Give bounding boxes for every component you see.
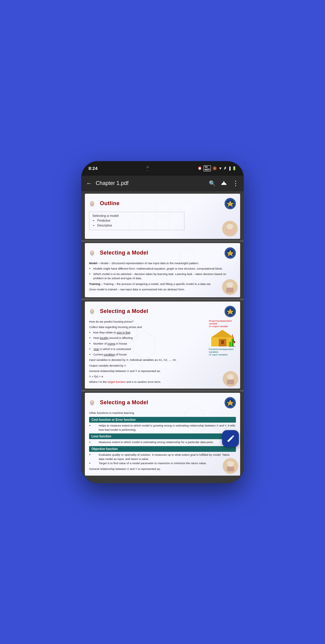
document-title: Chapter 1.pdf [96, 180, 205, 186]
bullet-1: Models might have different form: mathem… [93, 267, 236, 271]
input-vars: Input variables is denoted by X; individ… [89, 358, 206, 362]
university-badge-2 [224, 247, 236, 259]
phone-inner: 8:24 📱 ⏰ VoWiFi 🔕 ▼ ✗ ▐ 🔋 ← Chapter 1.pd… [81, 161, 244, 483]
vowifi-icon: VoWiFi [203, 165, 211, 171]
battery-icon: 🔋 [232, 166, 237, 170]
formula: Y = f(x) + e [89, 374, 206, 379]
svg-point-28 [91, 309, 93, 311]
more-options-icon[interactable]: ⋮ [232, 180, 239, 187]
hb-4: Year in which it is constructed [93, 347, 206, 351]
slide2-header: Selecting a Model [89, 247, 236, 259]
separator-2 [81, 299, 244, 300]
university-badge [224, 198, 236, 209]
svg-point-50 [227, 461, 234, 466]
fab-button[interactable] [222, 430, 239, 447]
slide2-title: Selecting a Model [100, 250, 148, 256]
alarm-icon: ⏰ [198, 166, 202, 170]
separator-1 [81, 240, 244, 242]
objective-function-bullets: Evaluates quality or optimality of solut… [93, 453, 236, 466]
relationship-footer: General relationship between X and Y is … [89, 467, 236, 471]
slide3-header: Selecting a Model [89, 306, 236, 317]
slide4-title: Selecting a Model [100, 399, 148, 406]
housing-question: How do we predict housing prices? [89, 320, 206, 324]
svg-rect-42 [227, 380, 234, 384]
slide4-icon [89, 398, 98, 407]
cost-b1: Helps to measure extent to which model i… [93, 424, 236, 432]
svg-rect-35 [232, 339, 234, 346]
slide1-icon [89, 199, 98, 208]
status-time: 8:24 [88, 166, 98, 171]
hb-5: Current condition of house [93, 352, 206, 357]
svg-point-22 [226, 282, 234, 287]
output-var: Output variable denoted by Y. [89, 364, 206, 368]
slide-1: Outline Selecting a model Predictive [85, 194, 240, 239]
slide3-layout: How do we predict housing prices? Collec… [89, 320, 236, 386]
cost-function-bullets: Helps to measure extent to which model i… [93, 424, 236, 432]
outline-item-1: Predictive [97, 218, 181, 223]
other-functions: Other functions in machine learning [89, 411, 236, 415]
slide3-avatar [223, 371, 238, 387]
mute-icon: 🔕 [212, 166, 217, 170]
back-button[interactable]: ← [86, 180, 92, 187]
outline-box-title: Selecting a model [92, 214, 181, 217]
phone-frame: 8:24 📱 ⏰ VoWiFi 🔕 ▼ ✗ ▐ 🔋 ← Chapter 1.pd… [81, 161, 244, 483]
separator-3 [81, 390, 244, 392]
slide3-icon [89, 307, 98, 316]
svg-rect-34 [229, 342, 231, 346]
university-badge-4 [224, 397, 236, 408]
slide2-bullets: Models might have different form: mathem… [93, 267, 236, 281]
where-text: Where f is the target function and e is … [89, 380, 206, 384]
bullet-2: Which model is to be selected – decision… [93, 272, 236, 281]
slide3-title: Selecting a Model [100, 308, 148, 314]
loss-function-bullets: Measures extent to which model is estima… [93, 440, 236, 444]
svg-marker-31 [211, 330, 234, 337]
slide4-header: Selecting a Model [89, 397, 236, 408]
slide2-icon [89, 249, 98, 258]
response-label: Response/dependent variableOr output var… [209, 320, 236, 328]
obj-b2: Target is to find value of a model param… [93, 461, 236, 465]
status-icons: ⏰ VoWiFi 🔕 ▼ ✗ ▐ 🔋 [198, 165, 237, 171]
wifi-signal-icon: ▼ [218, 166, 222, 170]
relationship: General relationship between X and Y is … [89, 369, 206, 373]
slide-3: Selecting a Model How do we predict hous… [85, 302, 240, 389]
slide-2: Selecting a Model Model – Model – Struct… [85, 243, 240, 297]
outline-box: Selecting a model Predictive Descriptive [89, 212, 184, 230]
housing-bullets: how they relate to size in feet How loca… [93, 330, 206, 357]
svg-point-46 [91, 400, 93, 403]
hb-3: Number of rooms in house [93, 342, 206, 346]
svg-point-7 [91, 201, 93, 204]
svg-point-13 [226, 224, 234, 229]
collect-text: Collect data regarding housing prices an… [89, 325, 206, 329]
slide2-avatar [222, 279, 238, 295]
trained-note: Once model is trained – raw input data i… [89, 287, 236, 292]
predictors-label: Predictors/independent variablesOr input… [209, 348, 236, 356]
svg-rect-23 [226, 288, 234, 292]
svg-rect-51 [227, 467, 234, 471]
svg-point-41 [227, 374, 234, 379]
loss-b1: Measures extent to which model is estima… [93, 440, 236, 444]
svg-point-18 [91, 251, 93, 253]
slide1-title: Outline [100, 200, 120, 207]
phone-icon: 📱 [145, 166, 150, 170]
slide1-header: Outline [89, 198, 236, 209]
house-illustration [210, 328, 235, 348]
pdf-scroll-view[interactable]: Outline Selecting a model Predictive [81, 191, 244, 483]
outline-item-2: Descriptive [97, 223, 181, 228]
top-bar: ← Chapter 1.pdf 🔍 ⋮ [81, 176, 244, 191]
drive-icon[interactable] [221, 180, 227, 187]
model-definition: Model – Model – Structured representatio… [89, 261, 236, 265]
hb-2: How locality around is affecting [93, 336, 206, 340]
status-bar: 8:24 📱 ⏰ VoWiFi 🔕 ▼ ✗ ▐ 🔋 [81, 161, 244, 176]
obj-b1: Evaluates quality or optimality of solut… [93, 453, 236, 461]
loss-function-header: Loss function [89, 433, 236, 439]
cost-function-header: Cost function or Error function [89, 417, 236, 423]
slide-4: Selecting a Model Other functions in mac… [85, 393, 240, 476]
toolbar-icons: 🔍 ⋮ [209, 180, 239, 187]
slide4-avatar [223, 458, 238, 474]
bars-icon: ▐ [228, 167, 231, 170]
slide3-text: How do we predict housing prices? Collec… [89, 320, 206, 386]
hb-1: how they relate to size in feet [93, 330, 206, 335]
signal-x-icon: ✗ [224, 166, 227, 170]
outline-list: Predictive Descriptive [92, 218, 181, 228]
search-icon[interactable]: 🔍 [209, 180, 215, 187]
